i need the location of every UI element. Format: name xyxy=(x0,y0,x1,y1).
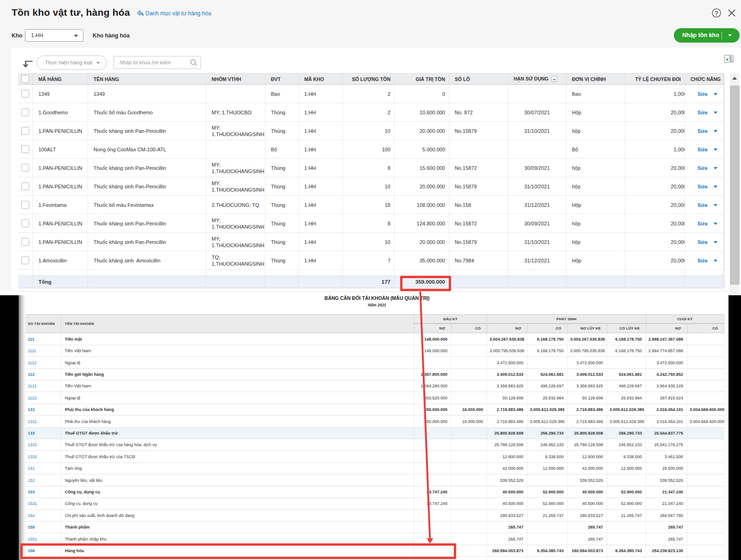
svg-text:?: ? xyxy=(715,10,718,17)
svg-text:x: x xyxy=(726,56,729,62)
